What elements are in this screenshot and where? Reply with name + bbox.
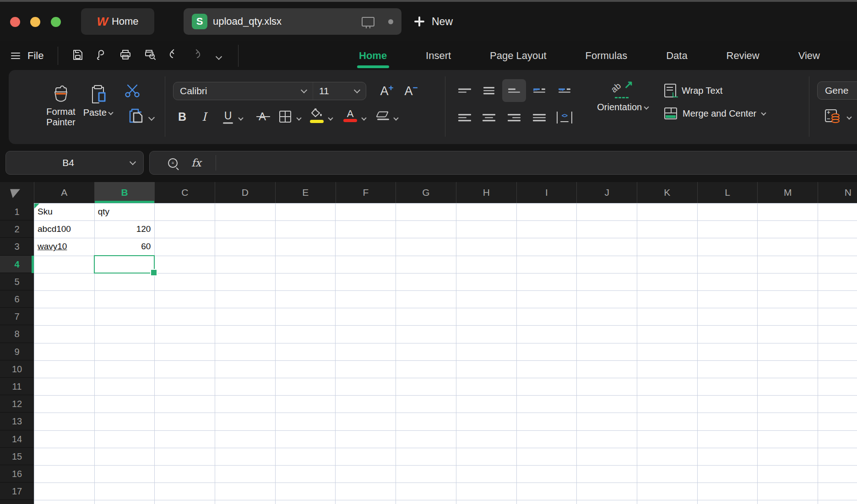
row-header-12[interactable]: 12 [0, 395, 34, 413]
column-header-B[interactable]: B [94, 182, 155, 203]
ribbon-tab-page-layout[interactable]: Page Layout [489, 48, 548, 64]
align-bottom-button-selected[interactable] [502, 79, 526, 102]
column-header-F[interactable]: F [336, 182, 396, 203]
wrap-text-button[interactable]: Wrap Text [664, 84, 722, 97]
document-tab[interactable]: S upload_qty.xlsx [184, 8, 401, 35]
row-header-14[interactable]: 14 [0, 430, 34, 448]
decrease-indent-button[interactable]: ← [533, 89, 545, 93]
align-right-button[interactable] [508, 114, 521, 121]
column-header-E[interactable]: E [275, 182, 336, 203]
column-header-L[interactable]: L [697, 182, 758, 203]
font-color-button[interactable]: A [343, 109, 357, 122]
cell-B1[interactable]: qty [94, 203, 155, 220]
fill-color-chevron-icon[interactable] [329, 113, 332, 122]
accounting-format-button[interactable]: + − [825, 109, 837, 122]
justify-button[interactable] [533, 114, 546, 121]
italic-button[interactable]: I [202, 110, 206, 123]
column-header-C[interactable]: C [154, 182, 215, 203]
borders-button[interactable] [279, 111, 291, 123]
column-header-I[interactable]: I [516, 182, 577, 203]
minimize-button[interactable] [30, 17, 40, 27]
more-commands-button[interactable] [217, 53, 221, 61]
ribbon-tab-home[interactable]: Home [358, 48, 388, 64]
align-center-button[interactable] [483, 114, 495, 121]
paste-button[interactable]: Paste [77, 84, 119, 118]
row-header-15[interactable]: 15 [0, 448, 34, 465]
export-pdf-button[interactable] [94, 48, 107, 63]
monitor-icon[interactable] [362, 17, 374, 27]
cut-button[interactable] [125, 84, 140, 100]
ribbon-tab-insert[interactable]: Insert [425, 48, 452, 64]
bold-button[interactable]: B [178, 110, 186, 123]
distributed-button[interactable]: <> [557, 112, 572, 123]
row-header-8[interactable]: 8 [0, 325, 34, 343]
cell-A3[interactable]: wavy10 [34, 238, 94, 255]
increase-indent-button[interactable]: → [559, 89, 570, 93]
formula-bar[interactable]: ≡ fx [149, 151, 857, 175]
cell-B3[interactable]: 60 [94, 238, 155, 255]
cell-A1[interactable]: Sku [34, 203, 94, 220]
row-header-2[interactable]: 2 [0, 220, 34, 238]
name-box-search-icon[interactable]: ≡ [168, 158, 178, 168]
underline-chevron-icon[interactable] [239, 113, 243, 122]
cell-A2[interactable]: abcd100 [34, 220, 94, 238]
new-tab-button[interactable]: New [414, 8, 453, 35]
column-header-D[interactable]: D [215, 182, 275, 203]
align-top-button[interactable] [458, 89, 471, 93]
column-header-M[interactable]: M [757, 182, 818, 203]
ribbon-tab-review[interactable]: Review [726, 48, 760, 64]
eraser-chevron-icon[interactable] [394, 113, 398, 122]
orientation-button[interactable]: ab ↗ Orientation [586, 79, 659, 113]
row-header-9[interactable]: 9 [0, 343, 34, 360]
insert-function-button[interactable]: fx [191, 157, 201, 169]
number-format-select[interactable]: Gene [817, 81, 857, 100]
row-header-6[interactable]: 6 [0, 290, 34, 308]
row-header-13[interactable]: 13 [0, 413, 34, 430]
align-middle-button[interactable] [483, 87, 494, 94]
fill-color-button[interactable] [310, 108, 324, 123]
redo-button[interactable] [190, 49, 202, 63]
align-left-button[interactable] [458, 114, 471, 121]
column-header-A[interactable]: A [34, 182, 94, 203]
column-header-G[interactable]: G [396, 182, 456, 203]
ribbon-tab-formulas[interactable]: Formulas [585, 48, 629, 64]
font-color-chevron-icon[interactable] [362, 113, 366, 122]
ribbon-tab-view[interactable]: View [797, 48, 821, 64]
increase-font-button[interactable]: A+ [380, 83, 393, 98]
row-header-10[interactable]: 10 [0, 360, 34, 378]
cell-B2[interactable]: 120 [94, 220, 155, 238]
merge-center-button[interactable]: Merge and Center [664, 107, 765, 119]
borders-chevron-icon[interactable] [297, 113, 301, 122]
eraser-button[interactable] [377, 112, 389, 120]
zoom-button[interactable] [51, 17, 61, 27]
fill-handle[interactable] [150, 269, 157, 276]
strikethrough-button[interactable]: A [259, 110, 266, 123]
row-header-18[interactable]: 18 [0, 500, 34, 504]
copy-chevron-icon[interactable] [149, 113, 154, 122]
row-header-4[interactable]: 4 [0, 256, 34, 273]
row-header-11[interactable]: 11 [0, 378, 34, 395]
decrease-font-button[interactable]: A− [404, 83, 418, 98]
file-menu[interactable]: File [11, 41, 43, 70]
home-tab[interactable]: W Home [81, 8, 154, 35]
row-header-17[interactable]: 17 [0, 483, 34, 500]
copy-button[interactable] [128, 107, 144, 126]
row-header-16[interactable]: 16 [0, 465, 34, 483]
cells-area[interactable]: Skuqtyabcd100120wavy1060 [34, 203, 857, 504]
ribbon-tab-data[interactable]: Data [665, 48, 688, 64]
close-button[interactable] [10, 17, 20, 27]
row-header-3[interactable]: 3 [0, 238, 34, 255]
font-name-select[interactable]: Calibri [174, 82, 313, 100]
name-box[interactable]: B4 [5, 151, 144, 175]
print-preview-button[interactable] [144, 48, 157, 63]
column-header-K[interactable]: K [637, 182, 697, 203]
format-painter-button[interactable]: Format Painter [43, 84, 79, 128]
row-header-5[interactable]: 5 [0, 273, 34, 290]
row-header-1[interactable]: 1 [0, 203, 34, 220]
column-header-J[interactable]: J [576, 182, 637, 203]
column-header-H[interactable]: H [456, 182, 516, 203]
undo-button[interactable] [168, 49, 180, 63]
font-size-select[interactable]: 11 [313, 82, 366, 100]
print-button[interactable] [119, 48, 132, 63]
underline-button[interactable]: U [223, 110, 233, 124]
